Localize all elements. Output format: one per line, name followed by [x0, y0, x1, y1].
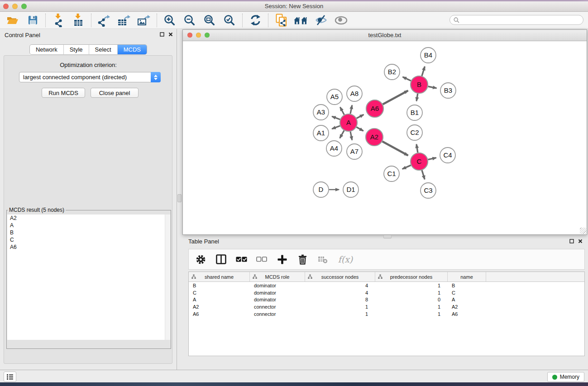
graph-node-C3[interactable]: C3 — [421, 183, 436, 198]
delete-table-button[interactable] — [316, 253, 329, 266]
import-table-button[interactable] — [72, 14, 85, 27]
cell: A6 — [189, 311, 250, 317]
graph-node-C1[interactable]: C1 — [384, 166, 399, 181]
graph-edge-B-B3[interactable] — [428, 86, 437, 88]
show-columns-button[interactable] — [215, 253, 227, 266]
graph-node-A3[interactable]: A3 — [313, 105, 329, 120]
graph-edge-B-B4[interactable] — [422, 67, 425, 76]
column-header-mcds-role[interactable]: MCDS role — [250, 272, 305, 281]
table-close-panel-icon[interactable] — [578, 239, 583, 243]
graph-node-A2[interactable]: A2 — [366, 129, 383, 146]
export-network-button[interactable] — [97, 14, 111, 27]
zoom-in-button[interactable] — [163, 14, 177, 27]
select-all-button[interactable] — [235, 253, 248, 266]
graph-edge-A-A7[interactable] — [350, 132, 352, 140]
table-settings-button[interactable] — [194, 253, 207, 266]
criterion-dropdown[interactable]: largest connected component (directed) — [19, 72, 161, 82]
mcds-result-item[interactable]: B — [7, 229, 170, 236]
close-panel-icon[interactable] — [168, 32, 173, 37]
show-graphics-details-button[interactable] — [334, 14, 348, 27]
graph-edge-C-C3[interactable] — [422, 170, 425, 179]
graph-edge-B-B2[interactable] — [403, 77, 411, 81]
graph-edge-A-A2[interactable] — [356, 127, 363, 131]
tab-select[interactable]: Select — [89, 45, 117, 54]
task-history-button[interactable] — [4, 372, 16, 382]
graph-node-B3[interactable]: B3 — [440, 83, 456, 98]
memory-button[interactable]: Memory — [547, 372, 584, 382]
column-header-successor-nodes[interactable]: successor nodes — [305, 272, 375, 281]
vertical-split-handle[interactable] — [177, 194, 182, 202]
deselect-all-button[interactable] — [255, 253, 268, 266]
new-network-from-selection-button[interactable] — [274, 14, 288, 27]
zoom-selected-button[interactable] — [223, 14, 236, 27]
graph-node-C[interactable]: C — [411, 153, 428, 170]
graph-node-D1[interactable]: D1 — [343, 182, 359, 197]
graph-edge-A6-B[interactable] — [383, 91, 408, 104]
graph-node-D[interactable]: D — [313, 182, 329, 197]
zoom-fit-button[interactable] — [203, 14, 216, 27]
tab-network[interactable]: Network — [30, 45, 63, 54]
table-row[interactable]: Cdominator41C — [189, 289, 584, 296]
right-pane: testGlobe.txt B4B2BB3A5A8A6A3B1AA1C2A2A4… — [177, 29, 588, 370]
mcds-list-scrollbar[interactable] — [165, 214, 170, 340]
mcds-result-item[interactable]: A — [7, 222, 170, 229]
network-canvas[interactable]: B4B2BB3A5A8A6A3B1AA1C2A2A4A7C4CC1DD1C3 — [183, 41, 587, 234]
graph-edge-B-B1[interactable] — [416, 94, 418, 101]
column-header-predecessor-nodes[interactable]: predecessor nodes — [375, 272, 448, 281]
graph-edge-A-A6[interactable] — [357, 114, 364, 118]
graph-edge-A-A4[interactable] — [340, 130, 344, 138]
first-neighbors-button[interactable] — [294, 14, 308, 27]
graph-node-A[interactable]: A — [340, 114, 357, 131]
search-input[interactable] — [462, 16, 579, 24]
graph-node-A6[interactable]: A6 — [366, 100, 383, 117]
float-panel-icon[interactable] — [160, 32, 164, 37]
table-row[interactable]: A6connector11A6 — [189, 310, 584, 318]
mcds-result-item[interactable]: A2 — [7, 214, 170, 222]
close-panel-button[interactable]: Close panel — [91, 88, 139, 98]
graph-node-B2[interactable]: B2 — [384, 64, 400, 80]
tab-style[interactable]: Style — [63, 45, 89, 54]
table-row[interactable]: A2connector11A2 — [189, 303, 584, 310]
delete-row-button[interactable] — [296, 253, 309, 266]
refresh-button[interactable] — [249, 14, 262, 27]
hide-graphics-details-button[interactable] — [314, 14, 328, 27]
add-row-button[interactable] — [276, 253, 288, 266]
graph-node-A1[interactable]: A1 — [313, 125, 329, 141]
graph-edge-A-A8[interactable] — [350, 105, 352, 114]
table-float-panel-icon[interactable] — [569, 239, 574, 243]
graph-edge-C-C2[interactable] — [416, 144, 418, 153]
graph-edge-C-C4[interactable] — [428, 158, 436, 160]
save-session-button[interactable] — [26, 14, 39, 27]
graph-edge-A-A3[interactable] — [332, 116, 340, 119]
graph-node-A8[interactable]: A8 — [347, 86, 362, 101]
graph-node-B[interactable]: B — [411, 76, 428, 93]
graph-node-A4[interactable]: A4 — [326, 141, 342, 156]
open-session-button[interactable] — [6, 14, 19, 27]
export-table-button[interactable] — [117, 14, 131, 27]
tab-mcds[interactable]: MCDS — [117, 45, 147, 54]
column-header-shared-name[interactable]: shared name — [189, 272, 250, 281]
mcds-result-item[interactable]: A6 — [7, 243, 170, 251]
graph-node-B4[interactable]: B4 — [421, 48, 436, 63]
network-resize-grip[interactable] — [580, 228, 586, 234]
graph-edge-A-A5[interactable] — [340, 107, 344, 115]
graph-node-C2[interactable]: C2 — [407, 125, 422, 140]
graph-node-B1[interactable]: B1 — [407, 105, 422, 120]
search-box[interactable] — [449, 15, 583, 25]
column-header-name[interactable]: name — [448, 272, 486, 281]
table-row[interactable]: Adominator80A — [189, 296, 584, 303]
mcds-result-item[interactable]: C — [7, 236, 170, 243]
deselect-all-icon — [256, 254, 267, 264]
graph-node-A5[interactable]: A5 — [327, 89, 342, 105]
graph-node-A7[interactable]: A7 — [347, 144, 362, 159]
import-network-button[interactable] — [52, 14, 65, 27]
run-mcds-button[interactable]: Run MCDS — [42, 88, 85, 98]
graph-edge-A2-C[interactable] — [382, 142, 408, 156]
graph-node-C4[interactable]: C4 — [440, 148, 455, 163]
zoom-out-button[interactable] — [183, 14, 196, 27]
function-builder-button[interactable]: f(x) — [337, 253, 354, 266]
graph-edge-A-A1[interactable] — [332, 126, 340, 129]
export-image-button[interactable] — [137, 14, 151, 27]
graph-edge-C-C1[interactable] — [402, 165, 411, 169]
table-row[interactable]: Bdominator41B — [189, 282, 584, 289]
